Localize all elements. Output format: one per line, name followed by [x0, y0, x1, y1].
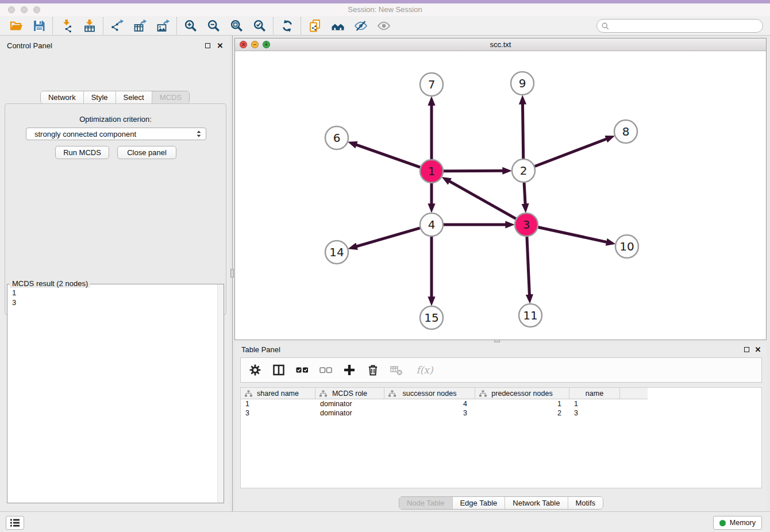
float-icon: [205, 43, 210, 48]
cell-predecessor-nodes[interactable]: 2: [475, 408, 569, 418]
vertical-splitter[interactable]: [230, 36, 234, 511]
node-table[interactable]: shared nameMCDS rolesuccessor nodesprede…: [240, 387, 762, 488]
splitter-handle[interactable]: [230, 269, 234, 277]
tab-mcds[interactable]: MCDS: [152, 91, 189, 103]
refresh-button[interactable]: [278, 17, 297, 34]
frame-close-icon[interactable]: ×: [240, 41, 247, 48]
export-image-button[interactable]: [153, 17, 172, 34]
delete-table-icon: [390, 363, 403, 377]
table-row[interactable]: 3dominator323: [241, 408, 648, 418]
clone-network-button[interactable]: [305, 17, 324, 34]
save-session-button[interactable]: [29, 17, 48, 34]
window-zoom-icon[interactable]: [33, 6, 40, 13]
node-label-8: 8: [622, 125, 630, 138]
import-network-icon: [60, 19, 74, 33]
zoom-fit-button[interactable]: [227, 17, 246, 34]
memory-button[interactable]: Memory: [713, 516, 762, 530]
table-panel-float-button[interactable]: [742, 345, 750, 353]
network-frame-titlebar[interactable]: × − + scc.txt: [235, 38, 766, 51]
export-table-icon: [133, 19, 147, 33]
first-neighbors-button[interactable]: [328, 17, 347, 34]
cell-successor-nodes[interactable]: 4: [384, 399, 475, 408]
cell-predecessor-nodes[interactable]: 1: [475, 399, 569, 408]
search-input[interactable]: [612, 20, 763, 32]
zoom-in-icon: [184, 19, 198, 33]
column-header-name[interactable]: name: [569, 388, 620, 399]
hide-selected-button[interactable]: [351, 17, 370, 34]
edge-3-10[interactable]: [538, 227, 607, 242]
tab-style[interactable]: Style: [84, 91, 116, 103]
result-scrollbar[interactable]: [217, 284, 224, 503]
show-all-button[interactable]: [374, 17, 393, 34]
import-network-button[interactable]: [57, 17, 76, 34]
column-header-MCDS-role[interactable]: MCDS role: [315, 388, 384, 399]
deselect-all-button[interactable]: [318, 363, 333, 377]
table-panel-title: Table Panel: [241, 345, 280, 354]
import-table-button[interactable]: [80, 17, 99, 34]
network-canvas[interactable]: 7968124314101511: [235, 51, 766, 340]
memory-status-icon: [719, 520, 726, 526]
optimization-criterion-select[interactable]: strongly connected component: [26, 128, 206, 140]
cell-MCDS-role[interactable]: dominator: [315, 399, 384, 408]
frame-minimize-icon[interactable]: −: [251, 41, 259, 48]
search-icon: [602, 22, 609, 30]
cell-name[interactable]: 1: [569, 399, 620, 408]
network-title: scc.txt: [235, 38, 766, 51]
zoom-out-button[interactable]: [204, 17, 223, 34]
node-label-15: 15: [424, 311, 438, 325]
table-row[interactable]: 1dominator411: [241, 399, 648, 408]
network-graph[interactable]: 7968124314101511: [235, 51, 766, 340]
select-all-button[interactable]: [295, 363, 310, 377]
cell-MCDS-role[interactable]: dominator: [315, 408, 384, 418]
delete-selected-button[interactable]: [365, 363, 380, 377]
toolbar-group: [53, 17, 103, 34]
run-mcds-button[interactable]: Run MCDS: [55, 146, 109, 159]
edge-2-9[interactable]: [522, 103, 523, 159]
close-panel-button[interactable]: Close panel: [117, 146, 176, 159]
column-header-shared-name[interactable]: shared name: [241, 388, 315, 399]
zoom-selected-button[interactable]: [250, 17, 269, 34]
tab-network-table[interactable]: Network Table: [505, 497, 568, 509]
node-label-1: 1: [428, 164, 436, 178]
table-panel-close-button[interactable]: ✕: [754, 345, 762, 353]
zoom-in-button[interactable]: [181, 17, 200, 34]
edge-2-8[interactable]: [535, 138, 607, 166]
tab-motifs[interactable]: Motifs: [568, 497, 603, 509]
tab-network[interactable]: Network: [41, 91, 84, 103]
export-table-button[interactable]: [130, 17, 149, 34]
open-file-button[interactable]: [6, 17, 25, 34]
chevron-up-down-icon: [195, 130, 202, 138]
search-box[interactable]: [596, 19, 763, 33]
tab-node-table[interactable]: Node Table: [399, 497, 453, 509]
window-close-icon[interactable]: [8, 6, 15, 13]
frame-maximize-icon[interactable]: +: [263, 41, 270, 48]
tab-edge-table[interactable]: Edge Table: [452, 497, 505, 509]
cell-shared-name[interactable]: 1: [241, 399, 315, 408]
edge-3-1[interactable]: [449, 181, 515, 219]
edge-2-3[interactable]: [524, 183, 525, 205]
export-network-button[interactable]: [107, 17, 126, 34]
tab-select[interactable]: Select: [116, 91, 152, 103]
add-column-button[interactable]: [342, 363, 357, 377]
edge-1-6[interactable]: [356, 145, 420, 167]
cell-shared-name[interactable]: 3: [241, 408, 315, 418]
control-panel-close-button[interactable]: ✕: [216, 41, 224, 49]
show-column-panel-button[interactable]: [271, 363, 286, 377]
edge-4-14[interactable]: [356, 228, 420, 246]
task-history-button[interactable]: [6, 516, 24, 530]
settings-button[interactable]: [248, 363, 263, 377]
edge-1-2[interactable]: [444, 171, 503, 171]
cell-successor-nodes[interactable]: 3: [384, 408, 475, 418]
clone-network-icon: [308, 19, 322, 33]
edge-3-11[interactable]: [527, 237, 530, 295]
control-panel-float-button[interactable]: [203, 41, 211, 49]
column-header-predecessor-nodes[interactable]: predecessor nodes: [475, 388, 569, 399]
window-minimize-icon[interactable]: [21, 6, 28, 13]
cell-name[interactable]: 3: [569, 408, 620, 418]
add-column-icon: [342, 363, 356, 377]
hide-selected-icon: [354, 19, 368, 33]
column-header-successor-nodes[interactable]: successor nodes: [384, 388, 475, 399]
zoom-fit-icon: [230, 19, 244, 33]
memory-label: Memory: [730, 519, 756, 527]
window-title: Session: New Session: [0, 3, 770, 16]
